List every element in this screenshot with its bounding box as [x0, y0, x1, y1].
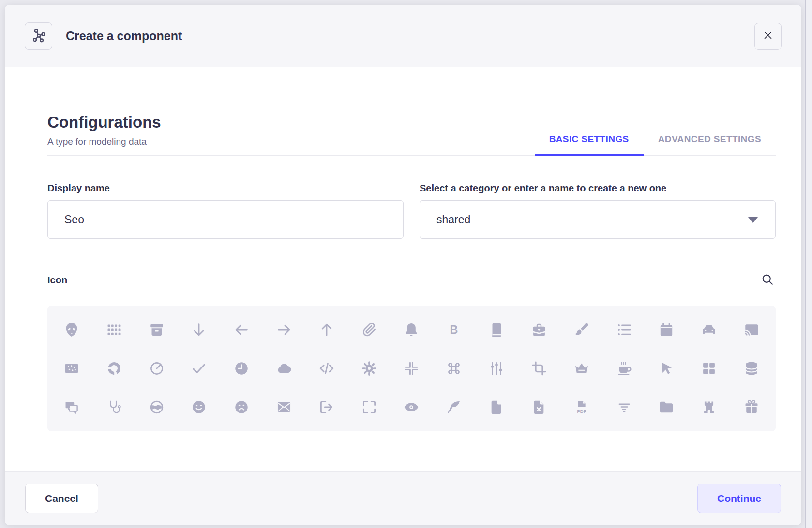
icon-search-button[interactable] [759, 272, 776, 288]
file-pdf-icon[interactable]: PDF [560, 388, 603, 426]
car-icon[interactable] [688, 310, 730, 349]
briefcase-icon[interactable] [518, 310, 560, 349]
castle-gate-icon[interactable] [688, 388, 730, 426]
page-scrollbar[interactable] [805, 0, 812, 528]
component-icon-box [25, 22, 52, 50]
sad-face-icon[interactable] [220, 388, 263, 426]
dialog-header: Create a component [5, 5, 801, 67]
tab-advanced-settings[interactable]: ADVANCED SETTINGS [644, 134, 776, 156]
search-icon [761, 273, 774, 288]
apps-grid-icon[interactable] [93, 310, 135, 349]
continue-button[interactable]: Continue [697, 484, 781, 513]
file-error-icon[interactable] [518, 388, 560, 426]
cast-icon[interactable] [730, 310, 773, 349]
page-title: Configurations [47, 114, 161, 131]
icon-grid: BPDF [47, 306, 776, 431]
category-select[interactable]: shared [420, 200, 776, 239]
crop-icon[interactable] [518, 349, 560, 388]
chart-donut-icon[interactable] [93, 349, 135, 388]
globe-icon[interactable] [135, 388, 178, 426]
database-icon[interactable] [730, 349, 773, 388]
calendar-icon[interactable] [646, 310, 688, 349]
crown-icon[interactable] [560, 349, 603, 388]
create-component-dialog: Create a component Configurations A type… [5, 5, 801, 525]
envelope-icon[interactable] [263, 388, 305, 426]
exit-icon[interactable] [305, 388, 348, 426]
sliders-icon[interactable] [475, 349, 518, 388]
folder-icon[interactable] [646, 388, 688, 426]
file-icon[interactable] [475, 388, 518, 426]
dialog-body: Configurations A type for modeling data … [5, 67, 801, 471]
expand-icon[interactable] [348, 388, 391, 426]
paperclip-icon[interactable] [348, 310, 391, 349]
happy-face-icon[interactable] [178, 388, 220, 426]
category-selected-value: shared [436, 213, 470, 226]
gift-icon[interactable] [730, 388, 773, 426]
svg-text:B: B [450, 323, 458, 336]
check-icon[interactable] [178, 349, 220, 388]
arrow-down-icon[interactable] [178, 310, 220, 349]
close-icon [762, 29, 774, 43]
cancel-button[interactable]: Cancel [25, 484, 98, 513]
chevron-down-icon [748, 217, 758, 228]
eye-icon[interactable] [391, 388, 433, 426]
command-icon[interactable] [433, 349, 475, 388]
feather-icon[interactable] [433, 388, 475, 426]
component-icon [30, 27, 47, 45]
chat-bubbles-icon[interactable] [50, 388, 93, 426]
cursor-icon[interactable] [646, 349, 688, 388]
chart-bubble-icon[interactable] [50, 349, 93, 388]
paint-brush-icon[interactable] [560, 310, 603, 349]
category-label: Select a category or enter a name to cre… [420, 182, 776, 194]
arrow-left-icon[interactable] [220, 310, 263, 349]
code-icon[interactable] [305, 349, 348, 388]
book-icon[interactable] [475, 310, 518, 349]
bold-icon[interactable]: B [433, 310, 475, 349]
arrow-right-icon[interactable] [263, 310, 305, 349]
heading-row: Configurations A type for modeling data … [47, 67, 776, 156]
page-subtitle: A type for modeling data [47, 136, 161, 147]
cog-icon[interactable] [348, 349, 391, 388]
bell-icon[interactable] [391, 310, 433, 349]
icon-section-header: Icon [47, 272, 776, 288]
archive-box-icon[interactable] [135, 310, 178, 349]
icon-label: Icon [47, 274, 67, 286]
close-button[interactable] [754, 23, 782, 50]
bullet-list-icon[interactable] [603, 310, 646, 349]
display-name-input[interactable] [47, 200, 404, 239]
chart-pie-icon[interactable] [135, 349, 178, 388]
category-field: Select a category or enter a name to cre… [420, 182, 776, 239]
settings-tabs: BASIC SETTINGS ADVANCED SETTINGS [535, 134, 776, 156]
display-name-label: Display name [47, 182, 404, 194]
stethoscope-icon[interactable] [93, 388, 135, 426]
alien-icon[interactable] [50, 310, 93, 349]
filter-icon[interactable] [603, 388, 646, 426]
svg-text:PDF: PDF [577, 409, 586, 414]
dashboard-icon[interactable] [688, 349, 730, 388]
display-name-field: Display name [47, 182, 404, 239]
heading-block: Configurations A type for modeling data [47, 114, 161, 155]
collapse-icon[interactable] [391, 349, 433, 388]
clock-icon[interactable] [220, 349, 263, 388]
form-row: Display name Select a category or enter … [47, 182, 776, 239]
dialog-footer: Cancel Continue [5, 471, 801, 525]
cloud-icon[interactable] [263, 349, 305, 388]
coffee-cup-icon[interactable] [603, 349, 646, 388]
dialog-title: Create a component [66, 29, 182, 43]
tab-basic-settings[interactable]: BASIC SETTINGS [535, 134, 644, 156]
arrow-up-icon[interactable] [305, 310, 348, 349]
